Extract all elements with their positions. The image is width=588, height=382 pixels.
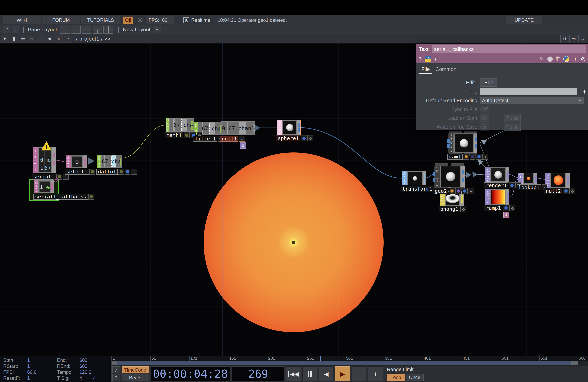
flag-icon[interactable]: ◎ bbox=[195, 122, 197, 125]
node-name-lookup1[interactable]: lookup1 bbox=[517, 184, 541, 191]
playhead[interactable] bbox=[320, 356, 321, 361]
counter-badge[interactable]: 0 bbox=[560, 35, 569, 43]
node-name-filter1[interactable]: filter1 bbox=[193, 136, 217, 142]
wire-sphere1-to-transform1[interactable] bbox=[300, 128, 402, 178]
range-end-handle[interactable]: ... bbox=[571, 362, 578, 365]
flag-icon[interactable]: ◎ bbox=[546, 173, 550, 176]
flag-icon[interactable]: ● bbox=[33, 167, 37, 173]
timecode-display[interactable]: 00:00:04:28 bbox=[151, 366, 230, 381]
node-flag-blue[interactable] bbox=[503, 205, 509, 211]
python-mode-icon[interactable] bbox=[563, 56, 569, 62]
range-bar[interactable] bbox=[117, 362, 571, 365]
flag-icon[interactable]: ↯ bbox=[167, 122, 169, 125]
node-flag-plus[interactable]: ✛ bbox=[461, 206, 466, 212]
node-null1[interactable]: 0.67 chan1 bbox=[221, 121, 246, 135]
node-flag-orange[interactable] bbox=[463, 154, 469, 160]
maximize-pane-icon[interactable]: ⌃ bbox=[3, 26, 10, 33]
update-button[interactable]: UPDATE bbox=[506, 16, 542, 24]
flag-icon[interactable]: ◎ bbox=[449, 134, 454, 137]
node-flag-olive[interactable] bbox=[118, 169, 124, 175]
pane-menu-icon[interactable]: ▼ bbox=[0, 35, 9, 43]
input-connector[interactable] bbox=[447, 144, 450, 148]
node-flag-olive[interactable] bbox=[184, 132, 189, 138]
node-transform1[interactable]: ◎↯➜● bbox=[402, 171, 426, 185]
flag-icon[interactable]: ↯ bbox=[486, 193, 490, 197]
operator-name-field[interactable]: serial1_callbacks bbox=[432, 45, 586, 53]
add-parameter-icon[interactable]: ＋ bbox=[573, 55, 578, 62]
node-flag-purple[interactable] bbox=[455, 188, 461, 194]
chat-bubble-icon[interactable]: ⬤ bbox=[547, 56, 553, 62]
flag-icon[interactable]: ◎ bbox=[435, 166, 440, 170]
frame-ruler[interactable]: 151101151201251301351401451501551600 bbox=[112, 356, 588, 361]
tab-file[interactable]: File bbox=[421, 66, 430, 72]
node-flag-orange[interactable] bbox=[449, 188, 455, 194]
node-flag-plus[interactable]: ✛ bbox=[483, 154, 488, 160]
file-browse-plus-icon[interactable]: + bbox=[582, 88, 587, 96]
output-connector[interactable] bbox=[461, 166, 465, 188]
node-name-serial1[interactable]: serial1 bbox=[32, 174, 56, 180]
flag-icon[interactable]: ◎ bbox=[33, 147, 37, 153]
pane-preset-vsplit[interactable] bbox=[71, 26, 81, 34]
output-connector[interactable] bbox=[566, 173, 570, 188]
flag-icon[interactable]: ↯ bbox=[35, 184, 38, 187]
wire-render1-to-lookup1[interactable] bbox=[509, 175, 518, 177]
start-value[interactable]: 1 bbox=[27, 357, 30, 363]
load-toggle[interactable]: Off bbox=[480, 115, 489, 122]
target-icon[interactable]: ◎ bbox=[581, 56, 586, 62]
frame-slash-button[interactable]: / bbox=[112, 366, 120, 373]
input-connector[interactable] bbox=[433, 172, 435, 176]
wire-serial1-to-select1[interactable] bbox=[56, 160, 66, 162]
node-serial1_callbacks[interactable]: ◎↯➜●1# bbox=[34, 180, 54, 193]
node-flag-blue[interactable] bbox=[125, 169, 130, 175]
play-reverse-button[interactable]: ◀ bbox=[319, 366, 334, 381]
output-connector[interactable] bbox=[83, 155, 87, 168]
expose-down-arrow[interactable]: ⬇ bbox=[503, 212, 509, 218]
tempo-value[interactable]: 120.0 bbox=[79, 369, 91, 375]
step-back-button[interactable]: − bbox=[352, 366, 366, 381]
once-button[interactable]: Once bbox=[406, 374, 424, 381]
stop-icon[interactable]: ▮ bbox=[10, 35, 18, 43]
rstart-value[interactable]: 1 bbox=[27, 363, 30, 369]
range-start-handle[interactable]: ... bbox=[112, 362, 117, 365]
flag-icon[interactable]: ● bbox=[486, 201, 490, 204]
window-icon[interactable]: ▭ bbox=[569, 35, 578, 43]
node-name-select1[interactable]: select1 bbox=[64, 169, 89, 175]
node-math1[interactable]: ◎↯➜●.67 cha bbox=[166, 118, 190, 132]
node-flag-olive[interactable] bbox=[89, 169, 95, 175]
output-connector[interactable] bbox=[506, 167, 509, 182]
add-icon[interactable]: ＋ bbox=[37, 35, 45, 43]
resetf-value[interactable]: 1 bbox=[27, 375, 30, 381]
rend-value[interactable]: 600 bbox=[79, 363, 87, 369]
info-icon[interactable]: i bbox=[435, 56, 436, 62]
node-name-sphere1[interactable]: sphere1 bbox=[276, 135, 300, 141]
bookmark-star-icon[interactable]: ★ bbox=[46, 35, 54, 43]
flag-icon[interactable]: ➜ bbox=[66, 162, 70, 165]
node-flag-plus[interactable]: ✛ bbox=[307, 135, 313, 141]
output-connector[interactable] bbox=[474, 133, 477, 153]
flag-icon[interactable]: ● bbox=[449, 149, 454, 153]
node-flag-blue[interactable] bbox=[462, 188, 468, 194]
flag-icon[interactable]: ➜ bbox=[98, 162, 100, 165]
flag-icon[interactable]: ➜ bbox=[486, 175, 490, 178]
flag-icon[interactable]: ➜ bbox=[167, 125, 169, 128]
node-name-datto1[interactable]: datto1 bbox=[96, 169, 118, 175]
flag-icon[interactable]: ➜ bbox=[402, 179, 406, 182]
flag-icon[interactable]: ↯ bbox=[440, 196, 444, 201]
skip-to-start-button[interactable]: ◀◀ bbox=[286, 366, 301, 381]
pane-preset-quad[interactable] bbox=[104, 26, 113, 34]
node-flag-navy[interactable] bbox=[470, 154, 475, 160]
flag-icon[interactable]: ◎ bbox=[486, 190, 490, 193]
load-pulse-button[interactable]: Pulse bbox=[504, 114, 521, 122]
node-name-serial1_callbacks[interactable]: serial1_callbacks bbox=[33, 194, 88, 200]
forward-arrow-icon[interactable]: ⇨ bbox=[28, 35, 36, 43]
save-layout-icon[interactable]: ⇓ bbox=[12, 26, 19, 33]
home-icon[interactable]: ⌂ bbox=[63, 35, 72, 43]
node-name-geo2[interactable]: geo2 bbox=[433, 188, 448, 194]
flag-icon[interactable]: ↯ bbox=[278, 124, 282, 128]
python-help-icon[interactable]: ? bbox=[425, 56, 431, 62]
edit-button[interactable]: Edit bbox=[480, 78, 497, 87]
pause-button[interactable] bbox=[302, 366, 317, 381]
flag-icon[interactable]: ● bbox=[98, 165, 100, 168]
pane-preset-three[interactable] bbox=[93, 26, 102, 34]
node-geo2[interactable]: ◎↯✕➜● bbox=[434, 166, 465, 188]
